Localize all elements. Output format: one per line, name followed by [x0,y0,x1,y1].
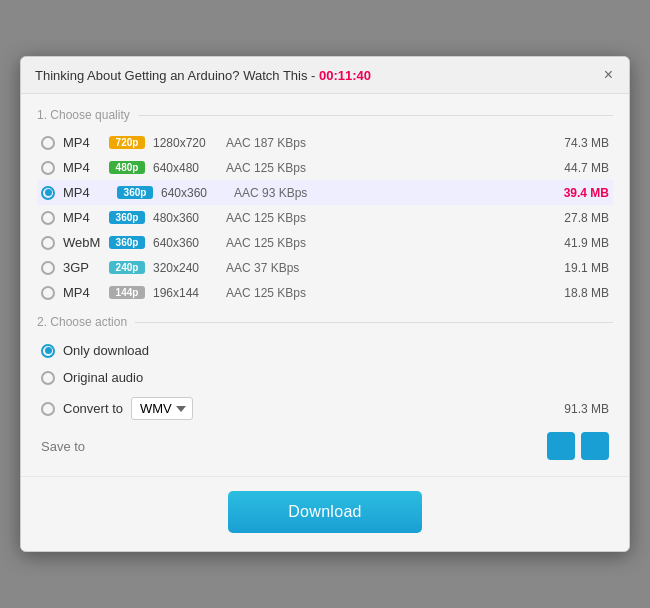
format-name: MP4 [63,160,101,175]
file-size: 41.9 MB [554,236,609,250]
browse-button[interactable] [581,432,609,460]
section2-label: 2. Choose action [37,315,613,329]
resolution: 196x144 [153,286,218,300]
save-buttons [547,432,609,460]
file-size: 18.8 MB [554,286,609,300]
quality-radio-4[interactable] [41,236,55,250]
radio-convert[interactable] [41,402,55,416]
dialog-content: 1. Choose quality MP4720p1280x720AAC 187… [21,94,629,466]
format-name: MP4 [63,210,101,225]
action-original-audio[interactable]: Original audio [37,364,613,391]
file-size: 44.7 MB [554,161,609,175]
action-only-download[interactable]: Only download [37,337,613,364]
format-name: 3GP [63,260,101,275]
convert-label: Convert to [63,401,123,416]
footer: Download [21,476,629,551]
quality-badge: 360p [109,236,145,249]
format-name: MP4 [63,135,101,150]
convert-select[interactable]: WMV MP4 AVI MOV MKV [131,397,193,420]
convert-size: 91.3 MB [564,402,609,416]
quality-radio-1[interactable] [41,161,55,175]
quality-row[interactable]: MP4480p640x480AAC 125 KBps44.7 MB [37,155,613,180]
resolution: 320x240 [153,261,218,275]
quality-radio-6[interactable] [41,286,55,300]
dialog-title: Thinking About Getting an Arduino? Watch… [35,68,371,83]
quality-radio-0[interactable] [41,136,55,150]
save-row: Save to [37,426,613,466]
close-button[interactable]: × [602,67,615,83]
title-prefix: Thinking About Getting an Arduino? Watch… [35,68,319,83]
audio-info: AAC 125 KBps [226,286,546,300]
title-time: 00:11:40 [319,68,371,83]
convert-row: Convert to WMV MP4 AVI MOV MKV 91.3 MB [37,391,613,426]
quality-radio-5[interactable] [41,261,55,275]
format-name: WebM [63,235,101,250]
action-original-audio-label: Original audio [63,370,143,385]
audio-info: AAC 125 KBps [226,211,546,225]
quality-radio-3[interactable] [41,211,55,225]
format-name: MP4 [63,185,101,200]
quality-badge: 240p [109,261,145,274]
radio-only-download[interactable] [41,344,55,358]
quality-row[interactable]: MP4144p196x144AAC 125 KBps18.8 MB [37,280,613,305]
quality-badge: 360p [117,186,153,199]
quality-row[interactable]: 3GP240p320x240AAC 37 KBps19.1 MB [37,255,613,280]
quality-list: MP4720p1280x720AAC 187 KBps74.3 MBMP4480… [37,130,613,305]
file-size: 27.8 MB [554,211,609,225]
quality-badge: 480p [109,161,145,174]
resolution: 480x360 [153,211,218,225]
quality-radio-2[interactable] [41,186,55,200]
audio-info: AAC 187 KBps [226,136,546,150]
quality-badge: 144p [109,286,145,299]
section1-label: 1. Choose quality [37,108,613,122]
resolution: 1280x720 [153,136,218,150]
audio-info: AAC 93 KBps [234,186,546,200]
format-name: MP4 [63,285,101,300]
quality-badge: 360p [109,211,145,224]
download-button[interactable]: Download [228,491,422,533]
quality-row[interactable]: MP4720p1280x720AAC 187 KBps74.3 MB [37,130,613,155]
radio-original-audio[interactable] [41,371,55,385]
resolution: 640x360 [161,186,226,200]
download-dialog: Thinking About Getting an Arduino? Watch… [20,56,630,552]
audio-info: AAC 37 KBps [226,261,546,275]
action-section: 2. Choose action Only download Original … [37,315,613,466]
action-only-download-label: Only download [63,343,149,358]
file-size: 74.3 MB [554,136,609,150]
title-bar: Thinking About Getting an Arduino? Watch… [21,57,629,94]
quality-row[interactable]: WebM360p640x360AAC 125 KBps41.9 MB [37,230,613,255]
resolution: 640x480 [153,161,218,175]
quality-badge: 720p [109,136,145,149]
quality-row[interactable]: MP4360p480x360AAC 125 KBps27.8 MB [37,205,613,230]
file-size: 39.4 MB [554,186,609,200]
resolution: 640x360 [153,236,218,250]
folder-button[interactable] [547,432,575,460]
audio-info: AAC 125 KBps [226,236,546,250]
quality-row[interactable]: MP4360p640x360AAC 93 KBps39.4 MB [37,180,613,205]
file-size: 19.1 MB [554,261,609,275]
save-label: Save to [41,439,85,454]
audio-info: AAC 125 KBps [226,161,546,175]
